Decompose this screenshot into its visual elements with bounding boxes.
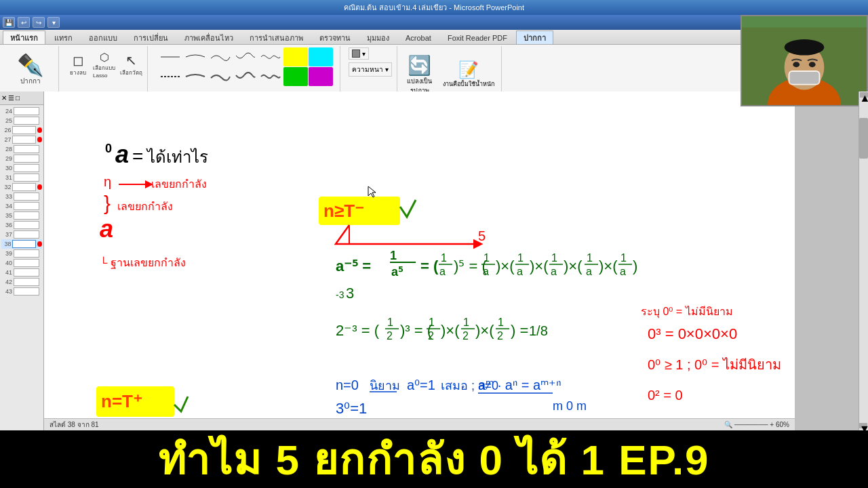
webcam-overlay	[741, 15, 868, 106]
svg-text:เลขยกกำลัง: เลขยกกำลัง	[151, 178, 207, 190]
slide-thumb-28[interactable]: 28	[1, 144, 42, 154]
tab-pen[interactable]: ปากกา	[516, 30, 553, 44]
slide-thumb-30[interactable]: 30	[1, 163, 42, 173]
svg-text:-3: -3	[336, 289, 344, 300]
slide-thumb-38[interactable]: 38	[1, 239, 42, 249]
stroke-6[interactable]	[283, 47, 308, 66]
panel-expand-btn[interactable]: □	[16, 94, 20, 102]
svg-text:เสมอ ; a≠0: เสมอ ; a≠0	[441, 379, 498, 392]
vertical-scrollbar[interactable]: ▲ ▼	[859, 92, 868, 430]
pen-tools-row1: ◻ ยางลบ ⬡ เลือกแบบ Lasso ↖ เลือกวัตถุ	[66, 47, 143, 81]
stroke-grid	[158, 47, 333, 86]
stroke-7[interactable]	[309, 47, 333, 66]
svg-text:1: 1	[551, 252, 557, 264]
stroke-5[interactable]	[258, 47, 283, 66]
lasso-btn[interactable]: ⬡ เลือกแบบ Lasso	[92, 47, 117, 81]
slide-thumb-42[interactable]: 42	[1, 277, 42, 287]
tab-home[interactable]: หน้าแรก	[3, 30, 45, 44]
stroke-2[interactable]	[183, 47, 208, 66]
slide-thumb-43[interactable]: 43	[1, 287, 42, 296]
svg-text:= (: = (	[420, 258, 439, 274]
select-icon: ↖	[125, 52, 137, 68]
scroll-thumb[interactable]	[859, 118, 868, 159]
lasso-icon: ⬡	[100, 51, 109, 64]
slide-thumb-24[interactable]: 24	[1, 106, 42, 116]
eraser-icon: ◻	[73, 52, 84, 68]
webcam-person	[742, 16, 867, 105]
svg-text:2: 2	[428, 330, 434, 342]
stroke-14[interactable]	[309, 67, 333, 86]
slide-thumb-27[interactable]: 27	[1, 135, 42, 144]
status-bar: สไลด์ 38 จาก 81 🔍 ─────── + 60%	[44, 418, 795, 430]
color-swatch-small	[352, 49, 360, 58]
svg-text:)×(: )×(	[530, 258, 549, 274]
tab-transition[interactable]: การเปลี่ยน	[126, 30, 176, 44]
slide-thumb-31[interactable]: 31	[1, 173, 42, 182]
stroke-10[interactable]	[208, 67, 233, 86]
stroke-1[interactable]	[158, 47, 182, 66]
slide-thumb-34[interactable]: 34	[1, 201, 42, 211]
color-btn[interactable]: ▾	[349, 47, 369, 60]
tab-slideshow[interactable]: การนำเสนอภาพ	[242, 30, 311, 44]
svg-text:2: 2	[387, 330, 393, 342]
tab-acrobat[interactable]: Acrobat	[398, 30, 439, 44]
stroke-width-btn[interactable]: ความหนา ▾	[349, 62, 392, 77]
undo-icon[interactable]: ↩	[18, 17, 30, 28]
slide-thumb-25[interactable]: 25	[1, 116, 42, 125]
panel-menu-btn[interactable]: ☰	[8, 94, 14, 102]
stroke-13[interactable]	[283, 67, 308, 86]
svg-text:1: 1	[587, 252, 593, 264]
tab-design[interactable]: ออกแบบ	[81, 30, 125, 44]
down-arrow-icon[interactable]: ▾	[47, 17, 60, 28]
scroll-down-btn[interactable]: ▼	[859, 423, 867, 428]
slide-thumb-37[interactable]: 37	[1, 230, 42, 239]
svg-text:a: a	[586, 266, 592, 277]
pen-tools: ✒️ ปากกา	[14, 47, 47, 92]
svg-text:2⁻³ = (: 2⁻³ = (	[336, 322, 380, 339]
slide-thumb-33[interactable]: 33	[1, 192, 42, 201]
svg-text:2: 2	[462, 330, 469, 342]
slide-thumb-40[interactable]: 40	[1, 258, 42, 268]
tab-foxit[interactable]: Foxit Reader PDF	[440, 30, 515, 44]
tab-animation[interactable]: ภาพเคลื่อนไหว	[177, 30, 241, 44]
svg-text:ได้เท่าไร: ได้เท่าไร	[146, 148, 208, 166]
slide-thumb-29[interactable]: 29	[1, 154, 42, 163]
tab-review[interactable]: ตรวจทาน	[312, 30, 358, 44]
stroke-11[interactable]	[233, 67, 258, 86]
tab-insert[interactable]: แทรก	[47, 30, 80, 44]
stroke-3[interactable]	[208, 47, 233, 66]
math-content-svg: 0 a = ได้เท่าไร η เลขยกกำลัง } เลขยกกำลั…	[44, 92, 795, 430]
bottom-text-bar: ทำไม 5 ยกกำลัง 0 ได้ 1 EP.9	[0, 430, 868, 488]
slide-thumb-26[interactable]: 26	[1, 125, 42, 135]
redo-icon[interactable]: ↪	[33, 17, 45, 28]
svg-text:)⁵ = (: )⁵ = (	[454, 258, 487, 274]
svg-text:n≥T⁻: n≥T⁻	[323, 201, 364, 221]
eraser-btn[interactable]: ◻ ยางลบ	[66, 47, 90, 81]
panel-close-btn[interactable]: ✕	[1, 94, 7, 102]
svg-text:a⁵: a⁵	[391, 265, 403, 279]
handwriting-btn[interactable]: 📝 งานคือปั้มใช้น้ำหนัก	[440, 58, 497, 92]
svg-text:1: 1	[390, 249, 397, 262]
svg-point-96	[785, 39, 825, 55]
svg-text:1: 1	[441, 252, 447, 264]
slide-thumb-32[interactable]: 32	[1, 182, 42, 192]
svg-text:3: 3	[346, 285, 354, 302]
pen-main-btn[interactable]: ✒️ ปากกา	[14, 52, 47, 89]
stroke-9[interactable]	[183, 67, 208, 86]
tab-view[interactable]: มุมมอง	[359, 30, 397, 44]
select-obj-btn[interactable]: ↖ เลือกวัตถุ	[119, 47, 143, 81]
save-icon[interactable]: 💾	[3, 17, 15, 28]
stroke-4[interactable]	[233, 47, 258, 66]
slide-thumb-41[interactable]: 41	[1, 268, 42, 277]
stroke-8[interactable]	[158, 67, 182, 86]
slide-thumb-39[interactable]: 39	[1, 249, 42, 258]
pen-tools-content: ◻ ยางลบ ⬡ เลือกแบบ Lasso ↖ เลือกวัตถุ	[66, 47, 143, 92]
quick-access-toolbar: 💾 ↩ ↪ ▾	[0, 15, 868, 30]
scroll-up-btn[interactable]: ▲	[860, 92, 868, 98]
stroke-12[interactable]	[258, 67, 283, 86]
slide-thumb-36[interactable]: 36	[1, 220, 42, 230]
slide-thumb-35[interactable]: 35	[1, 211, 42, 220]
svg-text:aᵐ · aⁿ = aᵐ⁺ⁿ: aᵐ · aⁿ = aᵐ⁺ⁿ	[478, 378, 561, 392]
title-text: คณิตม.ต้น สอบเข้าม.4 เล่มเขียว - Microso…	[344, 1, 524, 14]
svg-text:นิยาม: นิยาม	[370, 379, 400, 392]
